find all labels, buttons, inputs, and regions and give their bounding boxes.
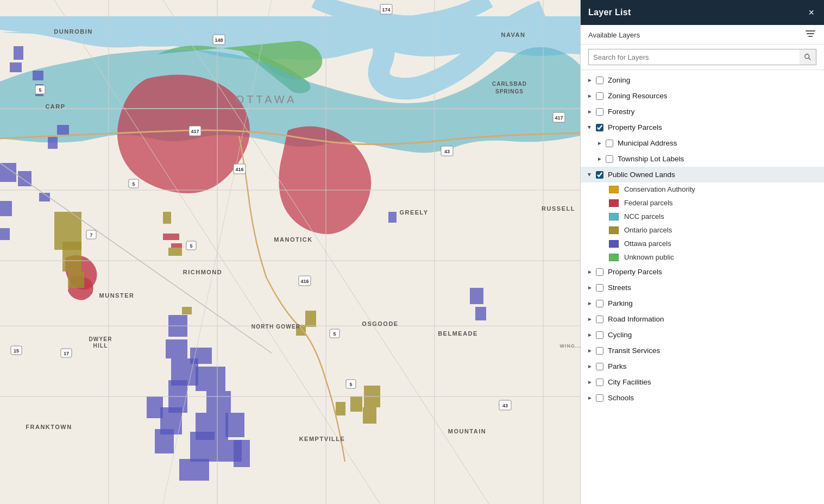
expand-arrow-parks: ►: [586, 363, 594, 370]
svg-text:5: 5: [190, 243, 192, 249]
checkbox-schools[interactable]: [596, 394, 603, 402]
svg-text:174: 174: [382, 7, 390, 12]
checkbox-property-parcels[interactable]: [596, 124, 603, 131]
checkbox-public-owned-lands[interactable]: [596, 171, 603, 179]
available-layers-label: Available Layers: [588, 31, 640, 39]
checkbox-cycling[interactable]: [596, 331, 603, 339]
layer-name-transit-services: Transit Services: [608, 346, 816, 355]
svg-rect-16: [179, 459, 209, 481]
layer-name-property-parcels-2: Property Parcels: [608, 268, 816, 276]
layer-item-forestry[interactable]: ► Forestry: [581, 104, 824, 119]
layer-name-parks: Parks: [608, 362, 816, 370]
svg-rect-111: [806, 30, 815, 32]
svg-rect-19: [14, 46, 23, 60]
layer-name-road-information: Road Information: [608, 315, 816, 323]
layer-name-public-owned-lands: Public Owned Lands: [608, 171, 816, 179]
svg-text:DUNROBIN: DUNROBIN: [54, 28, 92, 35]
svg-rect-42: [182, 307, 192, 314]
layer-item-public-owned-lands[interactable]: ► Public Owned Lands: [581, 167, 824, 182]
checkbox-township-lot-labels[interactable]: [606, 155, 613, 163]
legend-swatch-unknown-public: [609, 254, 619, 261]
svg-text:WING...: WING...: [560, 343, 581, 349]
svg-rect-113: [808, 36, 813, 37]
panel-close-button[interactable]: ×: [806, 7, 816, 18]
layer-item-township-lot-labels[interactable]: ► Township Lot Labels: [581, 151, 824, 167]
svg-rect-26: [48, 137, 58, 149]
svg-rect-30: [470, 288, 483, 304]
layer-name-cycling: Cycling: [608, 331, 816, 339]
layer-item-parking[interactable]: ► Parking: [581, 295, 824, 311]
expand-arrow-property-parcels-2: ►: [586, 268, 594, 276]
svg-rect-8: [206, 391, 231, 413]
layer-name-city-facilities: City Facilities: [608, 378, 816, 386]
expand-arrow-transit-services: ►: [586, 347, 594, 355]
svg-rect-15: [190, 432, 215, 462]
svg-text:DWYER: DWYER: [89, 336, 112, 342]
map-area[interactable]: DUNROBIN NAVAN CARP OTTAWA CARLSBAD SPRI…: [0, 0, 580, 504]
search-input[interactable]: [588, 49, 800, 65]
svg-rect-4: [166, 339, 187, 358]
expand-arrow-property-parcels: ►: [586, 124, 594, 131]
checkbox-forestry[interactable]: [596, 108, 603, 116]
layer-list[interactable]: ► Zoning ► Zoning Resources ► Forestry ►…: [581, 70, 824, 504]
checkbox-road-information[interactable]: [596, 316, 603, 323]
layer-item-municipal-address[interactable]: ► Municipal Address: [581, 135, 824, 151]
layer-item-parks[interactable]: ► Parks: [581, 358, 824, 374]
svg-rect-2: [171, 243, 182, 248]
checkbox-parks[interactable]: [596, 363, 603, 370]
svg-rect-23: [33, 71, 43, 80]
layer-item-cycling[interactable]: ► Cycling: [581, 327, 824, 343]
layer-item-streets[interactable]: ► Streets: [581, 280, 824, 295]
legend-item-ottawa-parcels: Ottawa parcels: [581, 237, 824, 250]
expand-arrow-forestry: ►: [586, 108, 594, 116]
svg-text:148: 148: [215, 37, 223, 43]
checkbox-municipal-address[interactable]: [606, 140, 613, 147]
legend-swatch-ncc-parcels: [609, 213, 619, 220]
layer-item-property-parcels-2[interactable]: ► Property Parcels: [581, 264, 824, 280]
panel-title: Layer List: [588, 8, 631, 17]
checkbox-property-parcels-2[interactable]: [596, 268, 603, 276]
svg-text:MANOTICK: MANOTICK: [274, 236, 312, 243]
layer-item-property-parcels[interactable]: ► Property Parcels: [581, 119, 824, 135]
svg-line-115: [809, 58, 811, 60]
layer-item-schools[interactable]: ► Schools: [581, 390, 824, 406]
svg-rect-18: [234, 440, 250, 467]
layer-name-zoning: Zoning: [608, 76, 816, 84]
layer-name-township-lot-labels: Township Lot Labels: [618, 155, 816, 163]
layer-item-zoning-resources[interactable]: ► Zoning Resources: [581, 88, 824, 104]
checkbox-parking[interactable]: [596, 300, 603, 307]
expand-arrow-zoning-resources: ►: [586, 92, 594, 100]
svg-text:BELMEADE: BELMEADE: [438, 330, 478, 337]
layer-item-zoning[interactable]: ► Zoning: [581, 72, 824, 88]
filter-button[interactable]: [804, 29, 816, 41]
svg-rect-34: [62, 242, 81, 272]
svg-text:417: 417: [555, 115, 563, 121]
layer-item-transit-services[interactable]: ► Transit Services: [581, 343, 824, 358]
layer-name-parking: Parking: [608, 299, 816, 307]
layer-item-road-information[interactable]: ► Road Information: [581, 311, 824, 327]
svg-text:416: 416: [300, 279, 309, 284]
svg-rect-7: [196, 367, 225, 391]
legend-swatch-federal-parcels: [609, 199, 619, 207]
svg-text:15: 15: [14, 348, 19, 354]
svg-rect-1: [163, 234, 179, 240]
available-layers-bar: Available Layers: [581, 25, 824, 45]
svg-text:FRANKTOWN: FRANKTOWN: [26, 424, 72, 430]
search-button[interactable]: [800, 49, 816, 65]
svg-text:RICHMOND: RICHMOND: [183, 269, 223, 275]
checkbox-city-facilities[interactable]: [596, 379, 603, 386]
svg-text:43: 43: [502, 403, 508, 408]
checkbox-transit-services[interactable]: [596, 347, 603, 355]
layer-item-city-facilities[interactable]: ► City Facilities: [581, 374, 824, 390]
svg-text:OSGOODE: OSGOODE: [362, 320, 398, 327]
svg-text:5: 5: [132, 181, 135, 187]
checkbox-zoning-resources[interactable]: [596, 92, 603, 100]
checkbox-streets[interactable]: [596, 284, 603, 292]
expand-arrow-streets: ►: [586, 284, 594, 292]
legend-swatch-conservation-authority: [609, 186, 619, 193]
svg-rect-6: [190, 348, 212, 364]
layer-name-zoning-resources: Zoning Resources: [608, 92, 816, 100]
expand-arrow-cycling: ►: [586, 331, 594, 339]
checkbox-zoning[interactable]: [596, 77, 603, 84]
svg-rect-14: [155, 429, 174, 453]
